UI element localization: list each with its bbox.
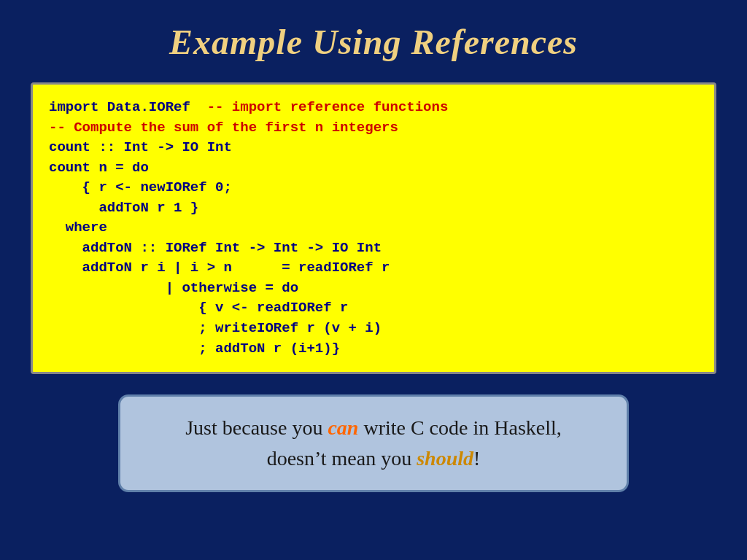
code-line-4: count n = do — [49, 160, 149, 176]
code-line-5: { r <- newIORef 0; — [49, 179, 232, 195]
code-line-6: addToN r 1 } — [49, 200, 198, 216]
code-line-1-black: import Data.IORef — [49, 99, 207, 115]
note-before-can: Just because you — [185, 416, 328, 439]
code-block: import Data.IORef -- import reference fu… — [31, 82, 716, 374]
code-line-7: where — [49, 219, 107, 236]
code-line-3: count :: Int -> IO Int — [49, 139, 232, 155]
code-line-12: ; writeIORef r (v + i) — [49, 320, 382, 336]
code-line-2: -- Compute the sum of the first n intege… — [49, 120, 398, 136]
code-line-10: | otherwise = do — [49, 280, 298, 296]
note-text: Just because you can write C code in Has… — [150, 413, 597, 474]
note-before-should: doesn’t mean you — [267, 447, 417, 470]
page-title: Example Using References — [169, 22, 578, 62]
note-panel: Just because you can write C code in Has… — [118, 394, 629, 492]
note-can-word: can — [328, 416, 358, 439]
code-line-9: addToN r i | i > n = readIORef r — [49, 260, 390, 276]
note-should-word: should — [417, 447, 473, 470]
code-line-8: addToN :: IORef Int -> Int -> IO Int — [49, 240, 382, 256]
note-after-can: write C code in Haskell, — [358, 416, 561, 439]
code-line-11: { v <- readIORef r — [49, 300, 348, 316]
note-after-should: ! — [473, 447, 480, 470]
code-line-13: ; addToN r (i+1)} — [49, 341, 340, 357]
code-line-1-red: -- import reference functions — [207, 99, 449, 115]
code-content: import Data.IORef -- import reference fu… — [49, 98, 698, 359]
